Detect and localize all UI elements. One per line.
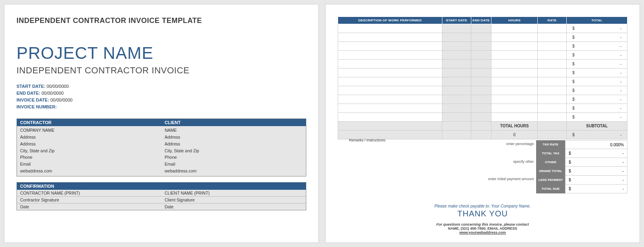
cell-description — [338, 51, 442, 60]
cell-hours — [491, 42, 538, 51]
client-date: Date — [161, 203, 306, 210]
cell-rate — [538, 95, 567, 104]
cell-total: $- — [566, 86, 627, 95]
cell-end-date — [471, 68, 491, 77]
table-row: $- — [338, 68, 627, 77]
invoice-page-2: DESCRIPTION OF WORK PERFORMED START DATE… — [325, 4, 640, 243]
table-row: $- — [338, 86, 627, 95]
client-header: CLIENT — [161, 119, 306, 126]
invoice-meta: START DATE: 00/00/0000 END DATE: 00/00/0… — [17, 83, 306, 110]
contractor-web: webaddress.com — [20, 168, 158, 174]
col-hours: HOURS — [491, 17, 538, 24]
project-name: PROJECT NAME — [17, 44, 306, 63]
other-label: OTHER — [536, 158, 565, 167]
cell-rate — [538, 68, 567, 77]
cell-rate — [538, 24, 567, 33]
cell-hours — [491, 77, 538, 86]
client-column: NAME Address Address City, State and Zip… — [161, 126, 306, 176]
total-due-value: $- — [565, 185, 627, 193]
cell-description — [338, 113, 442, 122]
cell-total: $- — [566, 113, 627, 122]
cell-hours — [491, 86, 538, 95]
cell-start-date — [442, 51, 471, 60]
cell-rate — [538, 104, 567, 113]
cell-start-date — [442, 77, 471, 86]
cell-total: $- — [566, 104, 627, 113]
cell-start-date — [442, 68, 471, 77]
confirmation-header: CONFIRMATION — [17, 183, 306, 190]
cell-start-date — [442, 104, 471, 113]
total-hours-label: TOTAL HOURS — [491, 122, 538, 131]
cell-rate — [538, 33, 567, 42]
col-start-date: START DATE — [442, 17, 471, 24]
cell-hours — [491, 24, 538, 33]
remarks-label: Remarks / Instructions: — [349, 138, 386, 142]
cell-end-date — [471, 95, 491, 104]
invoice-date-label: INVOICE DATE: — [17, 98, 49, 102]
table-row: $- — [338, 60, 627, 68]
cell-end-date — [471, 24, 491, 33]
less-payment-hint: enter initial payment amount — [488, 176, 536, 185]
col-total: TOTAL — [566, 17, 627, 24]
cell-hours — [491, 33, 538, 42]
cell-start-date — [442, 24, 471, 33]
total-due-label: TOTAL DUE — [536, 185, 565, 193]
cell-start-date — [442, 42, 471, 51]
cell-end-date — [471, 42, 491, 51]
contractor-company: COMPANY NAME — [20, 127, 158, 134]
cell-end-date — [471, 113, 491, 122]
end-date-label: END DATE: — [17, 91, 40, 95]
contractor-client-block: CONTRACTOR CLIENT COMPANY NAME Address A… — [17, 118, 306, 176]
contractor-addr1: Address — [20, 134, 158, 141]
cell-rate — [538, 77, 567, 86]
cell-hours — [491, 104, 538, 113]
client-email: Email — [165, 161, 303, 168]
client-signature: Client Signature — [161, 197, 306, 203]
cell-description — [338, 95, 442, 104]
cell-end-date — [471, 60, 491, 68]
invoice-number-label: INVOICE NUMBER: — [17, 104, 57, 109]
cell-total: $- — [566, 42, 627, 51]
invoice-date-value: 00/00/0000 — [50, 98, 72, 102]
table-row: $- — [338, 113, 627, 122]
client-web: webaddress.com — [165, 168, 303, 174]
cell-rate — [538, 86, 567, 95]
total-hours-value: 0 — [491, 131, 538, 139]
cell-description — [338, 86, 442, 95]
cell-hours — [491, 113, 538, 122]
invoice-page-1: INDEPENDENT CONTRACTOR INVOICE TEMPLATE … — [4, 4, 319, 243]
tax-hint: enter percentage — [488, 140, 536, 149]
table-row: $- — [338, 77, 627, 86]
cell-total: $- — [566, 77, 627, 86]
cell-description — [338, 104, 442, 113]
calculation-area: enter percentage TAX RATE 0.000% TOTAL T… — [338, 140, 627, 193]
cell-rate — [538, 113, 567, 122]
cell-hours — [491, 60, 538, 68]
grand-total-label: GRAND TOTAL — [536, 167, 565, 176]
contact-line-2: NAME, (321) 456-7890, EMAIL ADDRESS — [338, 226, 627, 230]
cell-end-date — [471, 51, 491, 60]
table-row: $- — [338, 104, 627, 113]
contractor-column: COMPANY NAME Address Address City, State… — [17, 126, 161, 176]
client-addr2: Address — [165, 141, 303, 147]
cell-description — [338, 77, 442, 86]
contact-line-1: For questions concerning this invoice, p… — [338, 222, 627, 226]
end-date-value: 00/00/0000 — [41, 91, 64, 95]
subtotal-value: $- — [566, 131, 627, 139]
col-end-date: END DATE — [471, 17, 491, 24]
grand-total-value: $- — [565, 167, 627, 176]
invoice-subtitle: INDEPENDENT CONTRACTOR INVOICE — [17, 65, 306, 76]
total-tax-value: $- — [565, 149, 627, 158]
cell-end-date — [471, 77, 491, 86]
cell-end-date — [471, 86, 491, 95]
other-hint: specify other — [488, 158, 536, 167]
confirmation-block: CONFIRMATION CONTRACTOR NAME (PRINT) CLI… — [17, 182, 306, 210]
cell-end-date — [471, 104, 491, 113]
contractor-date: Date — [17, 203, 161, 210]
cell-description — [338, 33, 442, 42]
cell-rate — [538, 51, 567, 60]
table-row: $- — [338, 51, 627, 60]
cell-rate — [538, 60, 567, 68]
cell-rate — [538, 42, 567, 51]
tax-rate-label: TAX RATE — [536, 140, 565, 149]
